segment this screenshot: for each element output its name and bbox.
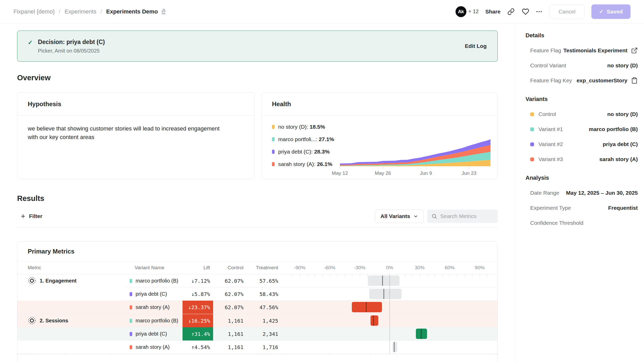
overview-heading: Overview [17,74,498,82]
share-button[interactable]: Share [485,9,500,15]
axis-minor-tick [487,274,487,277]
avatar[interactable]: Ak [456,6,466,17]
analysis-label: Date Range [530,190,559,196]
variant-color-dot [130,305,132,309]
axis-minor-tick [360,274,360,277]
variants-row: Variant #3sarah story (A) [526,152,638,167]
treatment-value: 47.56% [248,301,278,314]
lift-text: ↓23.37% [188,304,210,310]
metrics-table-body: 1. Engagementmarco portfolio (B)↓7.12%62… [17,274,498,354]
x-tick-label: Jun 9 [420,170,432,176]
check-icon: ✓ [599,9,604,15]
lift-text: ↑4.54% [191,344,210,350]
axis-minor-tick [465,274,465,277]
legend-swatch [272,137,275,141]
metric-name: 2. Sessions [40,318,68,324]
variant-name: priya debt (C) [136,291,167,297]
external-link-icon[interactable] [631,47,638,54]
variant-name: marco portfolio (B) [136,278,178,284]
lift-value: ↓5.87% [183,287,213,301]
breadcrumb-item[interactable]: Experiments [65,8,96,15]
health-legend: no story (D): 18.5%marco portfoli...: 27… [272,122,334,172]
metric-variant-row[interactable]: sarah story (A)↓23.37%62.07%47.56% [17,301,498,314]
variants-value: sarah story (A) [599,156,638,162]
copy-link-icon[interactable] [507,8,515,16]
details-value: no story (D) [607,62,638,69]
axis-minor-tick [315,274,315,277]
confidence-interval-bar [352,302,382,312]
point-estimate-marker [373,315,374,326]
details-label: Control Variant [530,62,566,69]
add-metric-button[interactable]: Add [17,354,498,362]
cancel-button[interactable]: Cancel [549,4,584,19]
metric-variant-row[interactable]: priya debt (C)↑31.4%1,1612,341 [17,327,498,341]
zero-axis-line [389,274,390,353]
axis-minor-tick [330,274,330,277]
search-metrics-box[interactable] [427,209,498,223]
metric-group: 2. Sessionsmarco portfolio (B)↓16.25%1,1… [17,314,498,354]
metric-variant-row[interactable]: marco portfolio (B)↓16.25%1,1611,425 [17,314,498,327]
analysis-rows: Date RangeMay 12, 2025 – Jun 30, 2025Exp… [526,185,638,230]
control-value: 1,161 [217,341,243,354]
col-lift: Lift [183,265,213,271]
hypothesis-body: we believe that showing customer stories… [17,115,240,150]
metrics-table-header: Metric Variant Name Lift Control Treatme… [17,261,498,274]
health-title: Health [272,100,291,108]
health-card: Health no story (D): 18.5%marco portfoli… [261,92,498,179]
legend-item: sarah story (A): 26.1% [272,160,334,169]
chevron-down-icon [413,214,418,219]
hypothesis-card: Hypothesis we believe that showing custo… [17,92,255,179]
clipboard-icon[interactable] [631,77,638,84]
primary-metrics-card: Primary Metrics Metric Variant Name Lift… [17,241,498,362]
control-text: 62.07% [225,278,243,284]
metric-cell[interactable]: 1. Engagement [28,277,76,285]
favorite-icon[interactable] [522,8,529,16]
treatment-text: 58.43% [260,291,278,297]
details-rows: Feature FlagTestimonials ExperimentContr… [526,43,638,88]
collaborators[interactable]: Ak + 12 [456,6,479,17]
variant-cell: priya debt (C) [130,287,167,301]
variant-color-dot [130,279,132,283]
point-estimate-marker [366,302,367,312]
variant-color-dot [130,292,132,296]
breadcrumb-item[interactable]: Fixpanel {demo} [13,8,55,15]
goal-target-icon [28,316,36,325]
metric-variant-row[interactable]: priya debt (C)↓5.87%62.07%58.43% [17,287,498,301]
details-value[interactable]: Testimonials Experiment [563,47,627,54]
control-value: 62.07% [217,301,243,314]
axis-minor-tick [457,274,457,277]
saved-button[interactable]: ✓ Saved [591,4,631,19]
treatment-text: 1,425 [263,318,278,324]
legend-label: no story (D): 18.5% [278,124,325,130]
variants-dropdown[interactable]: All Variants [375,209,424,223]
axis-minor-tick [427,274,428,277]
search-metrics-input[interactable] [440,213,492,219]
top-bar: Fixpanel {demo}/Experiments/Experiments … [0,0,644,23]
variant-cell: marco portfolio (B) [130,314,178,327]
control-text: 1,161 [228,318,243,324]
metric-cell[interactable]: 2. Sessions [28,316,68,325]
more-menu-icon[interactable]: ••• [536,9,543,14]
analysis-row: Confidence Threshold [526,215,638,230]
breadcrumb-separator: / [59,8,60,15]
axis-minor-tick [412,274,412,277]
treatment-text: 2,341 [263,331,278,337]
treatment-value: 1,425 [248,314,278,327]
col-treatment: Treatment [248,265,278,271]
axis-minor-tick [322,274,323,277]
details-row: Feature Flag Keyexp_customerStory [526,73,638,88]
control-text: 1,161 [228,344,243,350]
edit-log-button[interactable]: Edit Log [465,43,487,49]
add-filter-button[interactable]: Filter [17,211,45,222]
analysis-row: Date RangeMay 12, 2025 – Jun 30, 2025 [526,185,638,200]
collaborator-count: + 12 [468,9,479,15]
metric-variant-row[interactable]: sarah story (A)↑4.54%1,1611,716 [17,341,498,354]
details-section: DetailsFeature FlagTestimonials Experime… [526,31,638,88]
variants-heading: Variants [526,95,638,104]
point-estimate-marker [394,342,395,352]
breadcrumb: Fixpanel {demo}/Experiments/Experiments … [13,8,167,15]
breadcrumb-current[interactable]: Experiments Demo [106,8,167,15]
variants-label: Variant #1 [538,126,563,132]
axis-minor-tick [450,274,450,277]
variant-color-swatch [530,157,534,161]
